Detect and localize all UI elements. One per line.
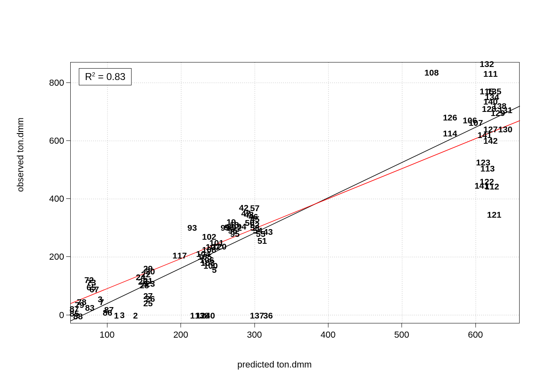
- x-tick: [107, 323, 107, 327]
- line-fit: [71, 120, 520, 303]
- x-tick: [328, 323, 328, 327]
- x-tick-label: 300: [246, 330, 263, 340]
- y-tick: [66, 198, 70, 199]
- y-tick-label: 600: [44, 136, 64, 146]
- y-tick-label: 0: [44, 310, 64, 321]
- x-tick: [402, 323, 402, 327]
- y-tick-label: 400: [44, 194, 64, 204]
- x-tick-label: 100: [99, 330, 115, 340]
- y-tick-label: 800: [44, 78, 64, 88]
- x-tick: [181, 323, 181, 327]
- x-tick: [254, 323, 255, 327]
- x-tick: [475, 323, 476, 327]
- y-tick: [66, 256, 70, 257]
- r-squared-label: R2 = 0.83: [85, 71, 125, 82]
- x-tick-label: 500: [393, 330, 410, 340]
- y-tick: [66, 82, 70, 83]
- plot-svg: [71, 62, 520, 324]
- y-tick: [66, 315, 70, 315]
- x-tick-label: 600: [467, 330, 484, 340]
- y-tick-label: 200: [44, 252, 64, 262]
- x-tick-label: 400: [320, 330, 336, 340]
- plot-area: 8785887978727365678337868713224262822212…: [70, 62, 520, 323]
- x-tick-label: 200: [172, 330, 189, 340]
- y-axis-label: observed ton.dmm: [15, 118, 26, 192]
- line-identity: [71, 106, 520, 321]
- x-axis-label: predicted ton.dmm: [0, 359, 549, 370]
- y-tick: [66, 140, 70, 141]
- r-squared-box: R2 = 0.83: [79, 68, 132, 85]
